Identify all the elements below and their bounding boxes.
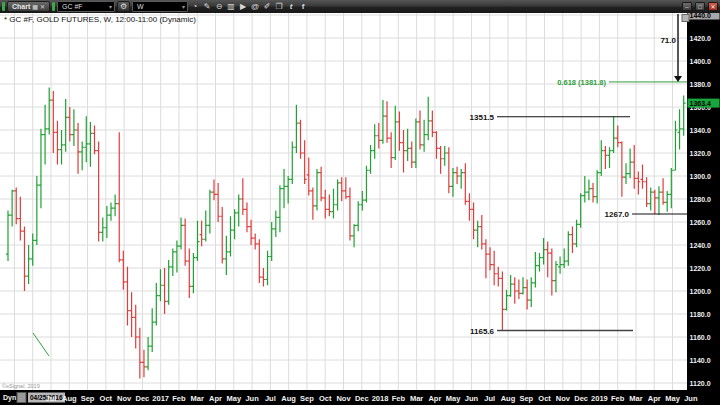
ohlc-bar (624, 163, 628, 184)
annotation-hline-label: 1267.0 (605, 210, 630, 219)
maximize-button[interactable]: □ (695, 2, 705, 11)
calendar-icon[interactable] (17, 393, 26, 403)
ohlc-bar (278, 185, 282, 232)
close-button[interactable]: ✕ (708, 2, 718, 11)
ohlc-bar (525, 280, 529, 310)
ohlc-bar (426, 97, 430, 141)
drawn-trendline[interactable] (33, 333, 49, 356)
alerts-at-icon[interactable]: @ (250, 3, 260, 11)
interval-combo[interactable]: W ▾ (132, 1, 188, 12)
ohlc-bar (204, 211, 208, 242)
ohlc-bar (459, 169, 463, 189)
axis-settings-icon[interactable] (682, 15, 689, 22)
ohlc-bar (113, 194, 117, 216)
time-axis-label: Mar (629, 394, 642, 403)
ohlc-bar (554, 261, 558, 292)
ohlc-bar (191, 253, 195, 293)
ohlc-bar (134, 305, 138, 349)
ohlc-bar (311, 188, 315, 220)
ohlc-bar (51, 91, 55, 153)
ohlc-bar (171, 248, 175, 276)
ohlc-bar (645, 177, 649, 207)
ohlc-bar (138, 328, 142, 379)
ohlc-bar (150, 308, 154, 352)
time-axis-label: Jun (684, 394, 698, 403)
ohlc-bar (665, 191, 669, 212)
time-axis-label: Dec (355, 394, 369, 403)
ohlc-bar (389, 132, 393, 168)
ohlc-bar (616, 125, 620, 147)
ohlc-bar (356, 201, 360, 231)
ohlc-bar (39, 129, 43, 208)
new-window-icon[interactable]: ❐ (274, 3, 284, 11)
ohlc-bar (109, 202, 113, 220)
facebook-icon[interactable]: f (298, 3, 308, 11)
chevron-down-icon: ▾ (109, 3, 112, 10)
price-axis-label: 1300.0 (690, 173, 712, 180)
tab-grid-icon[interactable]: ▦ (32, 4, 38, 10)
time-axis-label: Aug (281, 394, 296, 403)
time-axis-label: Mar (410, 394, 423, 403)
ohlc-bar (282, 169, 286, 208)
chart-type-icon[interactable]: ▥ (226, 3, 236, 11)
time-template-clock-icon[interactable]: ◔ (190, 3, 200, 11)
ohlc-bar (224, 236, 228, 275)
ohlc-bar (410, 142, 414, 168)
time-axis-label: Dec (574, 394, 588, 403)
ohlc-bar (364, 166, 368, 203)
time-axis-label: Oct (319, 394, 332, 403)
time-axis-label: 2018 (372, 394, 389, 403)
ohlc-bar (640, 165, 644, 189)
ohlc-bar (101, 217, 105, 241)
ohlc-bar (673, 121, 677, 170)
symbol-combo[interactable]: GC #F ▾ (57, 1, 115, 12)
ohlc-bar (196, 221, 200, 261)
play-replay-icon[interactable]: ▶ (238, 3, 248, 11)
ohlc-bar (439, 146, 443, 174)
ohlc-bar (97, 142, 101, 242)
ohlc-bar (10, 190, 14, 227)
measure-arrow-label: 71.0 (660, 36, 676, 45)
minimize-button[interactable]: – (682, 2, 692, 11)
ohlc-bar (6, 211, 10, 262)
ohlc-bar (591, 183, 595, 203)
price-axis-label: 1140.0 (690, 357, 711, 364)
ohlc-bar (220, 207, 224, 263)
draw-pencil-icon[interactable]: ✎ (202, 3, 212, 11)
chart-tab[interactable]: Chart ▦ ✕ (7, 1, 50, 12)
esignal-chart-window: Chart ▦ ✕ GC #F ▾ ⚙ W ▾ ◔ ✎ ⊖ ▥ ▶ @ ✐ ❐ … (0, 0, 720, 405)
tab-close-icon[interactable]: ✕ (40, 4, 45, 10)
symbol-settings-button[interactable]: ⚙ (117, 1, 130, 12)
ohlc-bar (657, 186, 661, 215)
time-axis-label: Sep (300, 394, 314, 403)
ohlc-bar (612, 117, 616, 153)
dyn-interval-label: Dyn (3, 394, 16, 402)
price-axis-label: 1220.0 (690, 265, 712, 272)
price-axis-label: 1340.0 (690, 127, 712, 134)
ohlc-bar (27, 245, 31, 284)
ohlc-bar (80, 142, 84, 171)
gear-icon: ⚙ (120, 3, 127, 11)
ohlc-bar (529, 277, 533, 307)
chevron-down-icon: ▾ (182, 3, 185, 10)
window-titlebar: Chart ▦ ✕ GC #F ▾ ⚙ W ▾ ◔ ✎ ⊖ ▥ ▶ @ ✐ ❐ … (0, 0, 720, 13)
price-axis[interactable] (687, 13, 720, 405)
ohlc-bar (661, 178, 665, 204)
ohlc-bar (513, 277, 517, 303)
ohlc-bar (290, 142, 294, 185)
ohlc-bar (261, 268, 265, 286)
ohlc-bar (121, 251, 125, 290)
price-axis-label: 1180.0 (690, 311, 711, 318)
ohlc-bar (472, 202, 476, 239)
eraser-icon[interactable]: ⊖ (214, 3, 224, 11)
ohlc-bar (393, 106, 397, 160)
price-axis-label: 1240.0 (690, 242, 712, 249)
chart-canvas[interactable]: 1351.51267.01165.60.618 (1381.8)71.01440… (0, 13, 720, 405)
annotate-pen-icon[interactable]: ✐ (262, 3, 272, 11)
twitter-icon[interactable]: t (286, 3, 296, 11)
ohlc-bar (125, 267, 129, 326)
time-axis-label: Jun (245, 394, 259, 403)
ohlc-bar (18, 197, 22, 241)
ohlc-bar (245, 202, 249, 232)
ohlc-bar (488, 247, 492, 270)
